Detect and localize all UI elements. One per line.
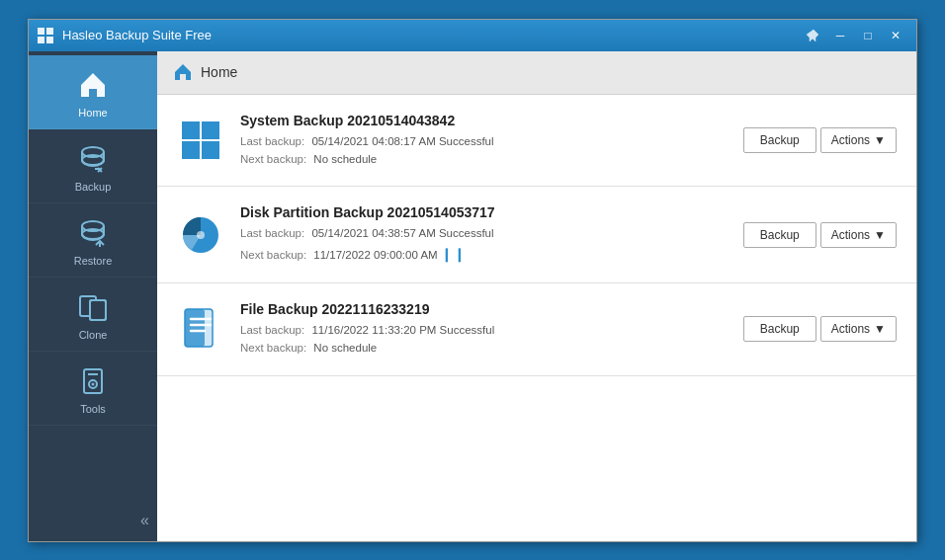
sidebar-label-restore: Restore — [74, 255, 113, 267]
actions-dropdown-arrow-disk-backup: ▼ — [874, 228, 886, 242]
card-meta-next-disk-backup: Next backup: 11/17/2022 09:00:00 AM ❙❙ — [240, 243, 743, 265]
card-meta-last-disk-backup: Last backup: 05/14/2021 04:38:57 AM Succ… — [240, 224, 743, 242]
sidebar-collapse-button[interactable]: « — [29, 504, 157, 541]
svg-rect-9 — [90, 300, 106, 320]
content-header: Home — [157, 51, 916, 95]
sidebar-label-tools: Tools — [80, 403, 106, 415]
actions-button-system-backup[interactable]: Actions ▼ — [820, 127, 897, 153]
sidebar-item-restore[interactable]: Restore — [29, 203, 157, 278]
card-meta-last-file-backup: Last backup: 11/16/2022 11:33:20 PM Succ… — [240, 321, 743, 339]
svg-rect-2 — [38, 37, 44, 43]
close-button[interactable]: ✕ — [883, 26, 908, 45]
card-title-file-backup: File Backup 20221116233219 — [240, 301, 743, 317]
svg-rect-16 — [202, 121, 219, 139]
window-title: Hasleo Backup Suite Free — [62, 28, 800, 42]
pause-indicator: ❙❙ — [441, 246, 467, 262]
last-backup-value-system-backup: 05/14/2021 04:08:17 AM Successful — [311, 135, 493, 147]
svg-point-20 — [197, 231, 205, 239]
actions-button-disk-backup[interactable]: Actions ▼ — [820, 222, 897, 248]
main-area: Home Backup — [29, 51, 916, 541]
sidebar: Home Backup — [29, 51, 157, 541]
titlebar: Hasleo Backup Suite Free ─ □ ✕ — [29, 20, 916, 51]
content-area: Home System Backup 20210514043842 Last b… — [157, 51, 916, 541]
backup-card-disk-backup: Disk Partition Backup 20210514053717 Las… — [157, 187, 916, 283]
last-backup-label: Last backup: — [240, 324, 304, 336]
backup-button-disk-backup[interactable]: Backup — [743, 222, 816, 248]
svg-rect-18 — [202, 141, 219, 159]
next-backup-value-file-backup: No schedule — [313, 342, 377, 354]
last-backup-value-disk-backup: 05/14/2021 04:38:57 AM Successful — [311, 227, 493, 239]
app-icon — [37, 27, 54, 44]
sidebar-label-clone: Clone — [79, 329, 108, 341]
backup-icon — [75, 141, 111, 177]
window-controls: ─ □ ✕ — [800, 26, 908, 45]
pin-button[interactable] — [800, 26, 825, 45]
card-meta-last-system-backup: Last backup: 05/14/2021 04:08:17 AM Succ… — [240, 132, 743, 150]
svg-point-13 — [92, 382, 95, 385]
sidebar-label-backup: Backup — [75, 181, 112, 193]
backup-card-file-backup: File Backup 20221116233219 Last backup: … — [157, 283, 916, 376]
home-icon — [75, 67, 111, 103]
next-backup-value-disk-backup: 11/17/2022 09:00:00 AM — [313, 249, 437, 261]
tools-icon — [75, 363, 111, 399]
next-backup-label: Next backup: — [240, 342, 306, 354]
svg-rect-3 — [46, 37, 53, 43]
backup-list: System Backup 20210514043842 Last backup… — [157, 95, 916, 541]
svg-rect-1 — [46, 28, 53, 35]
sidebar-label-home: Home — [78, 107, 107, 119]
card-info-disk-backup: Disk Partition Backup 20210514053717 Las… — [240, 204, 743, 265]
clone-icon — [75, 289, 111, 325]
header-home-icon — [173, 62, 193, 82]
sidebar-item-backup[interactable]: Backup — [29, 129, 157, 203]
sidebar-item-home[interactable]: Home — [29, 55, 157, 129]
card-actions-file-backup: Backup Actions ▼ — [743, 316, 897, 342]
backup-card-system-backup: System Backup 20210514043842 Last backup… — [157, 95, 916, 188]
svg-rect-22 — [185, 309, 205, 347]
next-backup-label: Next backup: — [240, 153, 306, 165]
next-backup-label: Next backup: — [240, 249, 306, 261]
card-actions-disk-backup: Backup Actions ▼ — [743, 222, 897, 248]
card-actions-system-backup: Backup Actions ▼ — [743, 127, 897, 153]
sidebar-item-tools[interactable]: Tools — [29, 352, 157, 426]
restore-icon — [75, 215, 111, 251]
card-icon-file-backup — [177, 305, 224, 353]
card-icon-disk-backup — [177, 211, 224, 259]
header-title: Home — [201, 64, 237, 80]
svg-rect-15 — [182, 121, 200, 139]
svg-rect-17 — [182, 141, 200, 159]
minimize-button[interactable]: ─ — [827, 26, 853, 45]
card-title-disk-backup: Disk Partition Backup 20210514053717 — [240, 204, 743, 220]
card-info-file-backup: File Backup 20221116233219 Last backup: … — [240, 301, 743, 358]
last-backup-label: Last backup: — [240, 135, 304, 147]
actions-button-file-backup[interactable]: Actions ▼ — [820, 316, 897, 342]
maximize-button[interactable]: □ — [855, 26, 881, 45]
actions-dropdown-arrow-system-backup: ▼ — [874, 133, 886, 147]
actions-dropdown-arrow-file-backup: ▼ — [874, 322, 886, 336]
card-meta-next-file-backup: Next backup: No schedule — [240, 339, 743, 357]
main-window: Hasleo Backup Suite Free ─ □ ✕ Hom — [28, 19, 917, 542]
card-icon-system-backup — [177, 117, 224, 164]
card-meta-next-system-backup: Next backup: No schedule — [240, 150, 743, 168]
card-info-system-backup: System Backup 20210514043842 Last backup… — [240, 113, 743, 169]
last-backup-label: Last backup: — [240, 227, 304, 239]
next-backup-value-system-backup: No schedule — [313, 153, 377, 165]
sidebar-item-clone[interactable]: Clone — [29, 278, 157, 352]
svg-rect-0 — [38, 28, 44, 35]
last-backup-value-file-backup: 11/16/2022 11:33:20 PM Successful — [311, 324, 494, 336]
backup-button-system-backup[interactable]: Backup — [743, 127, 816, 153]
backup-button-file-backup[interactable]: Backup — [743, 316, 816, 342]
card-title-system-backup: System Backup 20210514043842 — [240, 113, 743, 128]
